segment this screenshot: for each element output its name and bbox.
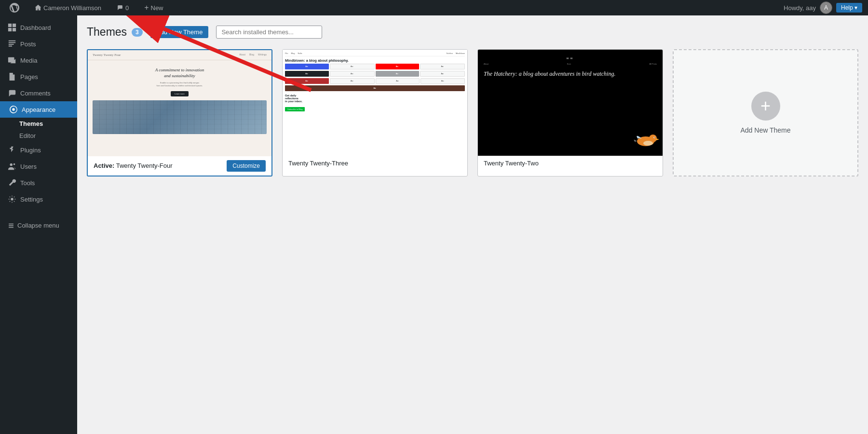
pages-icon <box>8 72 16 81</box>
sidebar-item-tools-label: Tools <box>20 179 35 187</box>
themes-grid: Twenty Twenty Four About Blog Writings A… <box>87 49 858 176</box>
svg-point-13 <box>654 137 655 137</box>
theme-footer-twenty-twenty-four: Active: Twenty Twenty-Four Customize <box>88 156 271 176</box>
sidebar-sub-themes[interactable]: Themes <box>0 118 77 130</box>
site-name-label: Cameron Williamson <box>43 4 101 12</box>
sidebar-item-plugins-label: Plugins <box>20 147 41 154</box>
main-content: Themes 3 Add New Theme Twenty Twenty Fou… <box>77 15 868 434</box>
sidebar-item-pages-label: Pages <box>20 73 38 81</box>
comment-icon <box>117 4 123 11</box>
site-name-button[interactable]: Cameron Williamson <box>31 0 105 15</box>
svg-rect-0 <box>8 24 12 27</box>
theme-footer-twenty-twenty-three: Twenty Twenty-Three <box>283 156 467 171</box>
sidebar-item-pages[interactable]: Pages <box>0 68 77 85</box>
add-new-theme-label: Add New Theme <box>740 126 790 134</box>
svg-rect-3 <box>13 28 16 31</box>
sidebar-sub-editor[interactable]: Editor <box>0 130 77 142</box>
sidebar-item-comments-label: Comments <box>20 90 51 97</box>
theme-card-twenty-twenty-two[interactable]: ∞∞ About Earn All Posts The Hatchery: a … <box>477 49 663 176</box>
theme-name-twenty-twenty-two: Twenty Twenty-Two <box>484 160 539 167</box>
sidebar-item-comments[interactable]: Comments <box>0 85 77 101</box>
wp-logo-button[interactable] <box>6 0 23 15</box>
theme-name-twenty-twenty-three: Twenty Twenty-Three <box>288 160 348 167</box>
page-header: Themes 3 Add New Theme <box>87 25 858 40</box>
page-title-wrap: Themes 3 <box>87 25 143 40</box>
sidebar-item-appearance-label: Appearance <box>22 106 55 113</box>
avatar[interactable]: A <box>820 1 832 14</box>
sidebar-item-settings-label: Settings <box>20 196 43 203</box>
theme-preview-twenty-twenty-three: Filo Blog Nulla Subline Mindblown Mindbl… <box>283 50 467 156</box>
svg-point-9 <box>11 198 13 200</box>
theme-active-status: Active: Twenty Twenty-Four <box>94 162 173 169</box>
sidebar-item-users-label: Users <box>20 163 37 170</box>
new-label: New <box>151 4 163 12</box>
theme-preview-twenty-twenty-two: ∞∞ About Earn All Posts The Hatchery: a … <box>478 50 663 156</box>
sidebar-item-dashboard-label: Dashboard <box>20 24 51 31</box>
svg-rect-2 <box>8 28 12 31</box>
svg-point-6 <box>12 108 14 110</box>
comments-icon <box>8 89 16 97</box>
themes-count-badge: 3 <box>132 28 143 37</box>
sidebar-item-posts[interactable]: Posts <box>0 36 77 52</box>
sidebar-item-media[interactable]: Media <box>0 52 77 68</box>
svg-point-8 <box>14 163 15 165</box>
svg-point-14 <box>643 141 653 146</box>
posts-icon <box>8 40 16 48</box>
new-content-button[interactable]: + New <box>140 0 167 15</box>
settings-icon <box>8 195 16 203</box>
sidebar-item-tools[interactable]: Tools <box>0 175 77 191</box>
sidebar-item-posts-label: Posts <box>20 41 36 48</box>
sidebar-item-dashboard[interactable]: Dashboard <box>0 19 77 36</box>
sidebar-item-users[interactable]: Users <box>0 158 77 175</box>
wp-logo-icon <box>10 3 19 13</box>
help-button[interactable]: Help ▾ <box>836 3 862 13</box>
search-themes-input[interactable] <box>216 26 322 39</box>
users-icon <box>8 162 16 171</box>
dashboard-icon <box>8 23 16 32</box>
howdy-label: Howdy, aay <box>784 4 816 12</box>
sidebar-item-appearance[interactable]: Appearance <box>0 101 77 118</box>
add-new-theme-button[interactable]: Add New Theme <box>150 26 209 38</box>
page-title: Themes <box>87 25 127 40</box>
media-icon <box>8 56 16 65</box>
add-plus-icon: + <box>751 92 780 121</box>
theme-card-twenty-twenty-four[interactable]: Twenty Twenty Four About Blog Writings A… <box>87 49 272 176</box>
main-layout: Dashboard Posts Media Pages Comments App… <box>0 15 868 434</box>
svg-point-7 <box>10 163 13 166</box>
tools-icon <box>8 178 16 187</box>
topbar-right: Howdy, aay A Help ▾ <box>784 1 862 14</box>
bird-illustration <box>622 123 660 152</box>
sidebar-item-plugins[interactable]: Plugins <box>0 142 77 158</box>
customize-button[interactable]: Customize <box>227 160 266 172</box>
sidebar: Dashboard Posts Media Pages Comments App… <box>0 15 77 434</box>
comments-button[interactable]: 0 <box>113 0 133 15</box>
collapse-menu-button[interactable]: Collapse menu <box>0 217 77 234</box>
comments-count: 0 <box>125 4 129 12</box>
add-new-theme-card[interactable]: + Add New Theme <box>673 49 858 176</box>
svg-rect-1 <box>13 24 16 27</box>
admin-topbar: Cameron Williamson 0 + New Howdy, aay A … <box>0 0 868 15</box>
plus-icon: + <box>144 4 149 12</box>
theme-card-twenty-twenty-three[interactable]: Filo Blog Nulla Subline Mindblown Mindbl… <box>282 49 468 176</box>
theme-footer-twenty-twenty-two: Twenty Twenty-Two <box>478 156 663 171</box>
sidebar-item-settings[interactable]: Settings <box>0 191 77 207</box>
theme-preview-twenty-twenty-four: Twenty Twenty Four About Blog Writings A… <box>88 50 271 156</box>
appearance-icon <box>9 105 18 114</box>
collapse-icon <box>8 222 14 229</box>
collapse-menu-label: Collapse menu <box>17 222 59 229</box>
plugins-icon <box>8 146 16 154</box>
sidebar-item-media-label: Media <box>20 57 37 64</box>
home-icon <box>35 4 41 11</box>
